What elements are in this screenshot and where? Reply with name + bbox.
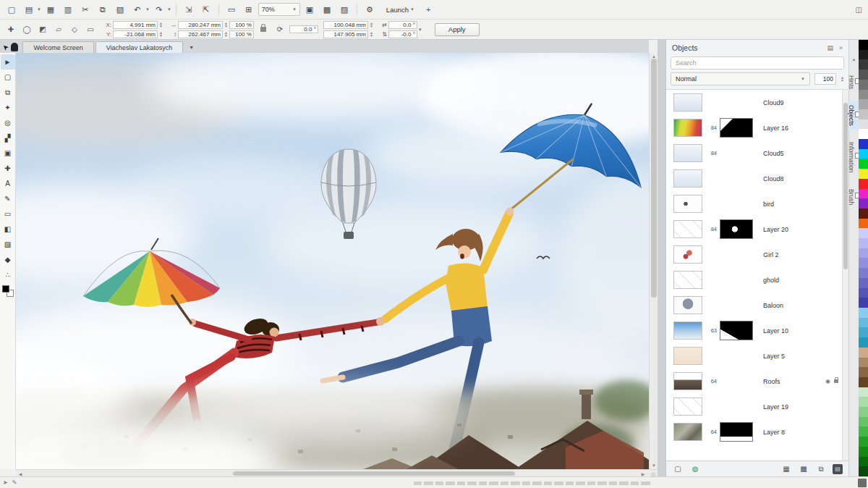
export-icon[interactable]: ⇱ — [198, 2, 214, 17]
color-swatch[interactable] — [859, 129, 868, 139]
layer-row[interactable]: ghold — [666, 267, 848, 293]
vertical-scroll-thumb[interactable] — [651, 59, 657, 298]
opacity-field[interactable]: 100 — [814, 73, 836, 85]
layer-row[interactable]: Cloud8 — [666, 166, 848, 191]
combine-objects-icon[interactable]: ⧉ — [815, 463, 827, 475]
clone-tool[interactable]: ▣ — [1, 146, 15, 161]
import-icon[interactable]: ⇲ — [181, 2, 197, 17]
chevron-down-icon[interactable]: ▼ — [418, 28, 422, 32]
position-crosshair-icon[interactable]: ✚ — [4, 22, 18, 37]
lock-ratio-icon[interactable] — [260, 27, 266, 32]
color-swatch[interactable] — [859, 466, 868, 476]
document-tab-0[interactable]: Welcome Screen — [22, 41, 93, 53]
color-swatch[interactable] — [859, 119, 868, 130]
blend-mode-select[interactable]: Normal ▼ — [671, 72, 810, 85]
layer-row[interactable]: Layer 5 — [666, 343, 848, 369]
skew-h-field[interactable]: 0.0 ° — [388, 21, 417, 29]
rectangle-tool[interactable]: ▭ — [1, 206, 15, 222]
layer-name[interactable]: bird — [759, 201, 835, 208]
color-swatch[interactable] — [859, 417, 868, 427]
save-icon[interactable]: ▦ — [43, 2, 59, 17]
pattern-fill-tool[interactable]: ▨ — [1, 237, 15, 252]
canvas-horizontal-scrollbar[interactable]: ◀ ▶ ◫ — [16, 469, 658, 476]
mask-transform-tool[interactable]: ⧉ — [1, 85, 15, 100]
color-swatch[interactable] — [859, 99, 868, 109]
color-swatch[interactable] — [859, 407, 868, 417]
scale-mode-icon[interactable]: ◩ — [35, 22, 50, 37]
layer-row[interactable]: 84Layer 16 — [666, 115, 848, 140]
search-input[interactable] — [671, 56, 844, 70]
canvas[interactable] — [16, 53, 649, 469]
eyedropper-tool[interactable]: ◆ — [1, 252, 15, 267]
scale-width-field[interactable]: 100 % — [229, 21, 254, 29]
chevron-down-icon[interactable]: ▼ — [145, 7, 150, 12]
touch-up-tool[interactable]: ✚ — [1, 161, 15, 176]
color-swatch[interactable] — [859, 288, 868, 298]
scroll-up-icon[interactable]: ▲ — [852, 57, 856, 62]
color-swatch[interactable] — [859, 179, 868, 189]
spinner-icon[interactable]: ▲▼ — [370, 22, 373, 28]
color-swatch[interactable] — [859, 318, 868, 328]
tab-list-chevron-icon[interactable]: ▼ — [189, 45, 194, 50]
color-swatch[interactable] — [859, 198, 868, 209]
open-document-icon[interactable]: ▤ — [21, 2, 37, 17]
layer-thumbnail[interactable] — [673, 220, 702, 238]
layer-thumbnail[interactable] — [673, 144, 702, 162]
layer-name[interactable]: Layer 19 — [759, 403, 835, 411]
paste-icon[interactable]: ▧ — [112, 2, 128, 17]
color-swatch[interactable] — [859, 40, 868, 50]
canvas-image[interactable] — [16, 53, 649, 469]
color-swatch[interactable] — [859, 238, 868, 248]
color-swatch[interactable] — [859, 109, 868, 119]
layer-thumbnail[interactable] — [673, 397, 702, 416]
layer-name[interactable]: Baloon — [759, 302, 835, 309]
layer-name[interactable]: Layer 16 — [759, 125, 835, 132]
options-gear-icon[interactable]: ⚙ — [362, 2, 378, 17]
color-swatch[interactable] — [859, 80, 868, 90]
color-swatch[interactable] — [859, 308, 868, 318]
layer-row[interactable]: 84Layer 20 — [666, 216, 848, 242]
pick-tool[interactable]: ► — [1, 54, 15, 70]
distort-mode-icon[interactable]: ▭ — [83, 22, 98, 37]
apply-button[interactable]: Apply — [435, 23, 480, 36]
perspective-mode-icon[interactable]: ◇ — [67, 22, 82, 37]
color-swatch[interactable] — [859, 348, 868, 358]
layer-thumbnail[interactable] — [673, 119, 702, 137]
color-swatch[interactable] — [859, 159, 868, 169]
new-object-icon[interactable]: ▢ — [672, 463, 684, 475]
window-docker-icon[interactable]: ◫ — [856, 6, 862, 14]
chevron-down-icon[interactable]: ▼ — [37, 7, 41, 12]
layer-name[interactable]: Layer 10 — [759, 327, 835, 335]
layer-name[interactable]: Roofs — [759, 378, 822, 385]
paper-height-field[interactable]: 147.905 mm — [323, 30, 368, 38]
spinner-icon[interactable]: ▲▼ — [841, 76, 844, 82]
layer-thumbnail[interactable] — [673, 93, 702, 112]
color-swatch[interactable] — [859, 337, 868, 348]
mask-rectangle-tool[interactable]: ▢ — [1, 70, 15, 85]
layer-thumbnail[interactable] — [673, 372, 702, 390]
full-screen-preview-icon[interactable]: ▣ — [302, 2, 318, 17]
zoom-tool[interactable]: ◎ — [1, 115, 15, 130]
redo-icon[interactable]: ↷ — [151, 2, 167, 17]
undo-icon[interactable]: ↶ — [129, 2, 145, 17]
color-swatch[interactable] — [859, 457, 868, 467]
color-swatch[interactable] — [859, 189, 868, 199]
width-field[interactable]: 280.247 mm — [178, 21, 223, 29]
collapse-docker-icon[interactable]: » — [839, 44, 843, 51]
horizontal-scroll-thumb[interactable] — [233, 471, 515, 476]
color-swatch[interactable] — [859, 169, 868, 179]
objects-options-icon[interactable]: ▤ — [827, 44, 833, 51]
show-mask-marquee-icon[interactable]: ▩ — [319, 2, 335, 17]
canvas-vertical-scrollbar[interactable]: ▲ ▼ — [649, 53, 658, 469]
layer-mask-thumbnail[interactable] — [720, 422, 753, 442]
color-swatch[interactable] — [859, 447, 868, 457]
layer-thumbnail[interactable] — [673, 347, 702, 365]
color-swatch[interactable] — [859, 70, 868, 80]
delete-object-icon[interactable]: ▤ — [833, 464, 843, 474]
layer-thumbnail[interactable] — [673, 245, 702, 264]
document-tab-1[interactable]: Viacheslav Lakatosych — [95, 41, 183, 53]
text-tool[interactable]: A — [1, 176, 15, 191]
cut-icon[interactable]: ✂ — [77, 2, 93, 17]
zoom-to-fit-icon[interactable]: ⊞ — [241, 2, 257, 17]
layer-name[interactable]: Cloud9 — [759, 99, 835, 106]
